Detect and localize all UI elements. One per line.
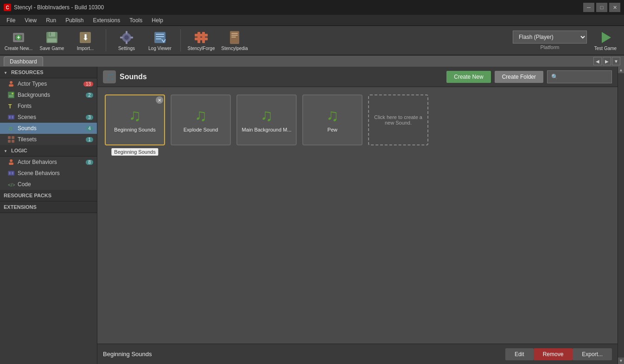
sidebar-item-scenes[interactable]: Scenes 3 [0, 112, 97, 123]
scroll-down-button[interactable]: ▼ [618, 358, 624, 364]
tab-nav-next[interactable]: ▶ [603, 57, 611, 65]
menu-publish[interactable]: Publish [61, 16, 88, 25]
maximize-button[interactable]: □ [596, 3, 607, 12]
platform-select[interactable]: Flash (Player) Flash (Web) iOS Android [513, 31, 587, 44]
sidebar-item-tilesets[interactable]: Tilesets 1 [0, 134, 97, 145]
sidebar-item-code[interactable]: </> Code [0, 179, 97, 190]
tab-nav-prev[interactable]: ◀ [593, 57, 602, 65]
tilesets-badge: 1 [86, 137, 93, 142]
menu-file[interactable]: File [2, 16, 20, 25]
resources-header[interactable]: RESOURCES [0, 67, 97, 78]
main-background-icon: ♫ [261, 106, 273, 125]
sidebar-item-fonts[interactable]: T Fonts [0, 100, 97, 112]
titlebar: C Stencyl - BlobInvaders - Build 10300 ─… [0, 0, 624, 15]
resource-packs-header[interactable]: RESOURCE PACKS [0, 190, 97, 201]
right-scrollbar: ▲ ▼ [618, 67, 624, 364]
extensions-header[interactable]: EXTENSIONS [0, 201, 97, 213]
stencylpedia-label: Stencylpedia [221, 46, 248, 51]
title-left: C Stencyl - BlobInvaders - Build 10300 [4, 4, 104, 11]
settings-button[interactable]: Settings [112, 27, 141, 53]
menu-extensions[interactable]: Extensions [89, 16, 125, 25]
save-game-button[interactable]: Save Game [37, 27, 67, 53]
menu-view[interactable]: View [20, 16, 41, 25]
menu-tools[interactable]: Tools [125, 16, 147, 25]
test-game-button[interactable]: Test Game [591, 27, 620, 53]
svg-text:</>: </> [8, 182, 15, 188]
resources-triangle [4, 69, 7, 75]
sidebar-item-actor-behaviors[interactable]: Actor Behaviors 8 [0, 157, 97, 168]
svg-rect-37 [12, 116, 13, 119]
create-new-button[interactable]: Create New [446, 71, 490, 83]
svg-rect-14 [120, 37, 123, 38]
svg-point-29 [10, 81, 13, 84]
sidebar-item-actor-types[interactable]: Actor Types 13 [0, 78, 97, 89]
scenes-badge: 3 [86, 115, 93, 120]
title-text: Stencyl - BlobInvaders - Build 10300 [14, 4, 104, 11]
dashboard-tab-bar: Dashboard ◀ ▶ ▼ [0, 56, 624, 67]
sound-grid: ✕ ♫ Beginning Sounds Beginning Sounds ♫ … [97, 87, 618, 344]
import-icon: ⬇ [78, 30, 93, 45]
menu-help[interactable]: Help [147, 16, 168, 25]
log-viewer-label: Log Viewer [148, 46, 172, 51]
beginning-sounds-tooltip: Beginning Sounds [111, 148, 158, 156]
scenes-icon [7, 113, 15, 121]
scenes-label: Scenes [18, 114, 36, 120]
log-viewer-icon [153, 30, 167, 45]
stencylforge-label: StencylForge [188, 46, 215, 51]
window-controls: ─ □ ✕ [583, 3, 620, 12]
create-new-label: Create New... [5, 46, 33, 51]
svg-marker-28 [602, 32, 611, 43]
svg-rect-46 [9, 172, 11, 175]
tile-explode-sound[interactable]: ♫ Explode Sound [171, 94, 231, 145]
save-game-label: Save Game [40, 46, 64, 51]
main-background-label: Main Background M... [240, 125, 293, 134]
create-folder-button[interactable]: Create Folder [495, 71, 543, 83]
sidebar: RESOURCES Actor Types 13 Backgrounds 2 T… [0, 67, 97, 364]
svg-rect-12 [126, 31, 127, 34]
edit-button[interactable]: Edit [505, 348, 534, 360]
search-input[interactable] [547, 70, 612, 83]
stencylpedia-button[interactable]: Stencylpedia [220, 27, 249, 53]
toolbar-right: Flash (Player) Flash (Web) iOS Android P… [513, 27, 620, 53]
tile-close-beginning-sounds[interactable]: ✕ [156, 96, 163, 104]
new-sound-tile[interactable]: Click here to create a new Sound. [368, 94, 428, 145]
export-button[interactable]: Export... [573, 348, 612, 360]
tile-main-background[interactable]: ♫ Main Background M... [236, 94, 297, 145]
svg-rect-36 [9, 116, 11, 119]
sidebar-item-backgrounds[interactable]: Backgrounds 2 [0, 89, 97, 100]
fonts-label: Fonts [18, 103, 32, 109]
svg-rect-23 [202, 32, 205, 43]
sounds-icon: ♫ [7, 125, 15, 132]
section-icon: 🎵 [103, 70, 116, 83]
menu-run[interactable]: Run [41, 16, 61, 25]
close-button[interactable]: ✕ [609, 3, 620, 12]
toolbar-separator [106, 29, 106, 51]
dashboard-tab[interactable]: Dashboard [4, 56, 43, 66]
logic-header[interactable]: LOGIC [0, 145, 97, 157]
create-new-button[interactable]: + Create New... [4, 27, 33, 53]
svg-rect-25 [231, 33, 238, 34]
svg-text:♫: ♫ [8, 125, 13, 132]
remove-button[interactable]: Remove [534, 348, 573, 360]
scroll-up-button[interactable]: ▲ [618, 67, 624, 73]
import-button[interactable]: ⬇ Import... [70, 27, 100, 53]
svg-point-43 [10, 159, 13, 162]
tile-beginning-sounds[interactable]: ✕ ♫ Beginning Sounds Beginning Sounds [105, 94, 165, 145]
tab-nav-menu[interactable]: ▼ [612, 57, 620, 65]
save-game-icon [45, 30, 59, 45]
stencylforge-button[interactable]: StencylForge [186, 27, 216, 53]
tile-pew[interactable]: ♫ Pew [302, 94, 363, 145]
log-viewer-button[interactable]: Log Viewer [145, 27, 175, 53]
actor-behaviors-icon [7, 158, 15, 166]
content-header: 🎵 Sounds Create New Create Folder [97, 67, 618, 87]
beginning-sounds-icon: ♫ [129, 106, 141, 125]
app-icon: C [4, 4, 11, 11]
actor-behaviors-label: Actor Behaviors [18, 159, 57, 165]
scene-behaviors-label: Scene Behaviors [18, 170, 60, 176]
sidebar-item-scene-behaviors[interactable]: Scene Behaviors [0, 168, 97, 179]
sidebar-item-sounds[interactable]: ♫ Sounds 4 [0, 123, 97, 134]
backgrounds-badge: 2 [86, 93, 93, 98]
svg-rect-27 [231, 37, 236, 38]
minimize-button[interactable]: ─ [583, 3, 594, 12]
svg-rect-22 [197, 32, 200, 43]
